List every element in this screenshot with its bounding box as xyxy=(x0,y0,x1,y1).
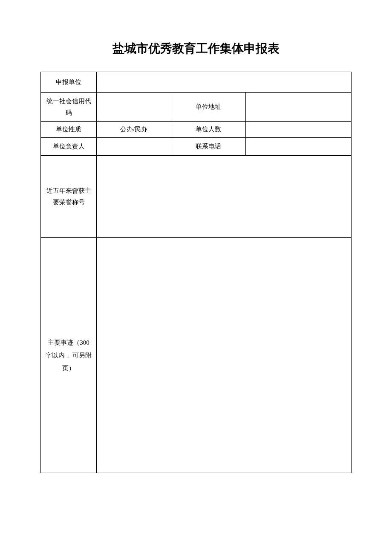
label-unit-head: 单位负责人 xyxy=(41,138,97,156)
value-unit-address[interactable] xyxy=(246,93,352,122)
label-unit-nature: 单位性质 xyxy=(41,122,97,138)
table-row: 单位性质 公办/民办 单位人数 xyxy=(41,122,352,138)
table-row: 申报单位 xyxy=(41,72,352,93)
value-applying-unit[interactable] xyxy=(97,72,352,93)
label-main-deeds: 主要事迹（300 字以内， 可另附页） xyxy=(41,238,97,473)
label-contact-phone: 联系电话 xyxy=(171,138,246,156)
value-honors[interactable] xyxy=(97,156,352,238)
value-unit-nature[interactable]: 公办/民办 xyxy=(97,122,171,138)
document-title: 盐城市优秀教育工作集体申报表 xyxy=(40,41,352,57)
label-applying-unit: 申报单位 xyxy=(41,72,97,93)
table-row: 单位负责人 联系电话 xyxy=(41,138,352,156)
label-credit-code: 统一社会信用代码 xyxy=(41,93,97,122)
value-unit-count[interactable] xyxy=(246,122,352,138)
application-form-table: 申报单位 统一社会信用代码 单位地址 单位性质 公办/民办 单位人数 单位负责人… xyxy=(40,72,352,473)
value-main-deeds[interactable] xyxy=(97,238,352,473)
value-unit-head[interactable] xyxy=(97,138,171,156)
label-unit-count: 单位人数 xyxy=(171,122,246,138)
value-contact-phone[interactable] xyxy=(246,138,352,156)
label-unit-address: 单位地址 xyxy=(171,93,246,122)
table-row: 统一社会信用代码 单位地址 xyxy=(41,93,352,122)
table-row: 近五年来曾获主要荣誉称号 xyxy=(41,156,352,238)
value-credit-code[interactable] xyxy=(97,93,171,122)
table-row: 主要事迹（300 字以内， 可另附页） xyxy=(41,238,352,473)
label-honors: 近五年来曾获主要荣誉称号 xyxy=(41,156,97,238)
